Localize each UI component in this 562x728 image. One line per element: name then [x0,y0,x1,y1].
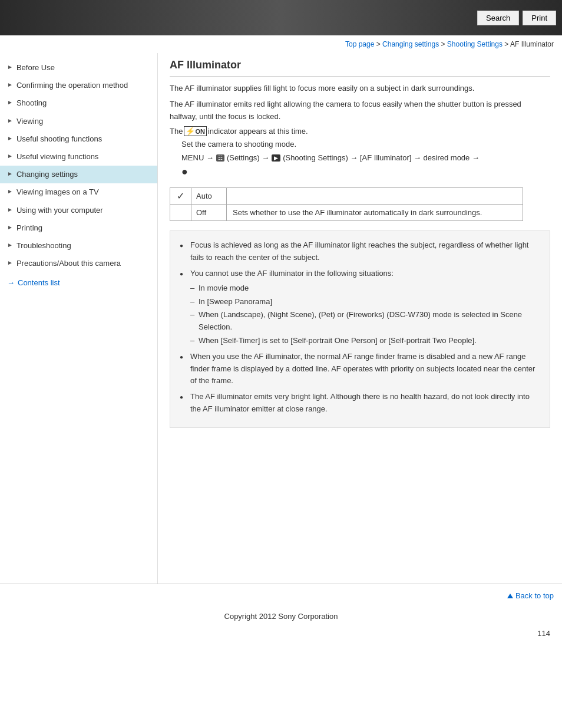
desc2: The AF illuminator emits red light allow… [170,98,550,123]
camera-icon: ▶ [272,154,280,162]
page-number: 114 [0,625,562,641]
sidebar-item-using-computer[interactable]: ►Using with your computer [0,202,157,219]
sidebar-item-label: Viewing [16,116,43,127]
arrow-icon: ► [7,259,13,266]
sidebar-item-changing-settings[interactable]: ►Changing settings [0,166,157,183]
arrow-icon: ► [7,242,13,248]
note-item: The AF illuminator emits very bright lig… [180,391,540,416]
sidebar-item-viewing[interactable]: ►Viewing [0,113,157,130]
note-item: When you use the AF illuminator, the nor… [180,351,540,387]
sidebar-item-confirming[interactable]: ►Confirming the operation method [0,77,157,94]
arrow-icon: ► [7,188,13,195]
main-layout: ►Before Use►Confirming the operation met… [0,53,562,584]
note-subitem: In movie mode [190,282,540,295]
sidebar-item-printing[interactable]: ►Printing [0,219,157,237]
breadcrumb-changing-settings[interactable]: Changing settings [382,40,439,48]
page-title: AF Illuminator [170,59,550,77]
indicator-text-before: The [170,127,183,136]
option-auto-desc [227,188,523,204]
bullet-dot: ● [181,166,550,178]
sidebar-item-useful-shooting[interactable]: ►Useful shooting functions [0,130,157,148]
arrow-icon: ► [7,81,13,88]
arrow-icon: ► [7,99,13,106]
sidebar-item-shooting[interactable]: ►Shooting [0,94,157,112]
back-to-top-label: Back to top [515,591,554,600]
sidebar-item-label: Before Use [16,62,55,73]
notes-box: Focus is achieved as long as the AF illu… [170,230,550,427]
arrow-icon: ► [7,224,13,230]
arrow-icon: ► [7,135,13,141]
print-button[interactable]: Print [523,11,556,25]
indicator-icon: ⚡ON [184,126,207,136]
sidebar-item-before-use[interactable]: ►Before Use [0,59,157,77]
arrow-icon: ► [7,117,13,124]
option-off-check [170,205,191,220]
note-subitem: When (Landscape), (Night Scene), (Pet) o… [190,309,540,334]
sidebar-item-useful-viewing[interactable]: ►Useful viewing functions [0,148,157,166]
arrow-icon: ► [7,64,13,70]
options-table: ✓ Auto Off Sets whether to use the AF il… [170,187,523,221]
desc1: The AF illuminator supplies fill light t… [170,83,550,95]
sidebar-item-label: Shooting [16,98,47,108]
sidebar-item-viewing-tv[interactable]: ►Viewing images on a TV [0,183,157,201]
sidebar-item-label: Troubleshooting [16,241,71,251]
option-off-desc: Sets whether to use the AF illuminator a… [227,205,523,220]
sidebar-item-label: Useful shooting functions [16,134,102,144]
indicator-line: The ⚡ON indicator appears at this time. [170,126,550,136]
menu-path: MENU → ☷ (Settings) → ▶ (Shooting Settin… [181,153,550,162]
breadcrumb: Top page > Changing settings > Shooting … [0,35,562,53]
note-item: Focus is achieved as long as the AF illu… [180,239,540,264]
option-auto-check: ✓ [170,188,191,204]
sidebar-item-label: Changing settings [16,169,78,180]
contents-list-label: Contents list [18,278,60,287]
content-area: AF Illuminator The AF illuminator suppli… [158,53,562,584]
option-row-auto: ✓ Auto [170,188,523,205]
breadcrumb-shooting-settings[interactable]: Shooting Settings [447,40,503,48]
option-auto-label: Auto [191,188,227,204]
note-item: You cannot use the AF illuminator in the… [180,268,540,347]
sidebar-item-label: Printing [16,223,42,233]
settings-icon: ☷ [216,154,224,162]
option-row-off: Off Sets whether to use the AF illuminat… [170,205,523,220]
indicator-text-after: indicator appears at this time. [208,127,308,136]
copyright: Copyright 2012 Sony Corporation [0,607,562,625]
sidebar-item-label: Confirming the operation method [16,80,128,91]
search-button[interactable]: Search [477,11,519,25]
footer-bar: Back to top [0,584,562,607]
sidebar-item-precautions[interactable]: ►Precautions/About this camera [0,255,157,272]
arrow-icon: ► [7,153,13,159]
arrow-icon: ► [7,170,13,177]
sidebar-item-label: Using with your computer [16,205,103,216]
sidebar-item-label: Precautions/About this camera [16,258,121,269]
breadcrumb-top-page[interactable]: Top page [345,40,374,48]
contents-list-link[interactable]: → Contents list [0,272,157,293]
sidebar-item-label: Useful viewing functions [16,151,98,162]
notes-list: Focus is achieved as long as the AF illu… [180,239,540,415]
breadcrumb-current: AF Illuminator [510,40,554,48]
sidebar-item-label: Viewing images on a TV [16,187,99,197]
set-mode-text: Set the camera to shooting mode. [181,140,550,149]
triangle-up-icon [507,594,513,598]
arrow-icon: → [7,278,15,287]
arrow-icon: ► [7,206,13,213]
sidebar-item-troubleshooting[interactable]: ►Troubleshooting [0,237,157,255]
back-to-top-link[interactable]: Back to top [507,591,554,600]
sidebar: ►Before Use►Confirming the operation met… [0,53,158,584]
option-off-label: Off [191,205,227,220]
note-subitem: In [Sweep Panorama] [190,296,540,308]
note-subitem: When [Self-Timer] is set to [Self-portra… [190,335,540,347]
header: Search Print [0,0,562,35]
